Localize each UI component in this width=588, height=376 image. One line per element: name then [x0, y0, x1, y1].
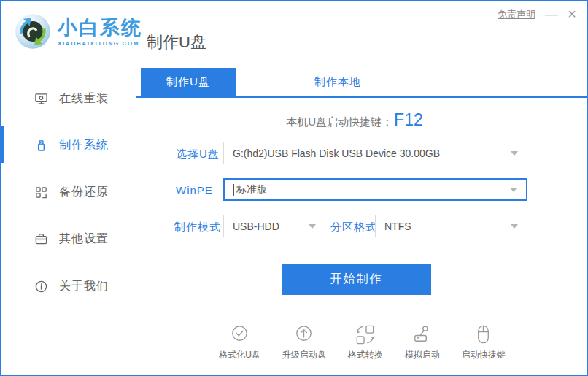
- monitor-icon: [34, 92, 48, 106]
- winpe-value: 标准版: [236, 183, 504, 196]
- check-circle-icon: [228, 323, 251, 346]
- tool-format-usb[interactable]: 格式化U盘: [219, 323, 260, 361]
- usb-select-label: 选择U盘: [176, 147, 220, 161]
- tool-boot-hotkey[interactable]: 启动快捷键: [462, 323, 506, 361]
- start-make-button[interactable]: 开始制作: [282, 264, 431, 295]
- make-mode-value: USB-HDD: [233, 220, 303, 232]
- sidebar-item-label: 制作系统: [59, 138, 109, 153]
- text-cursor: [233, 184, 234, 196]
- logo-text: 小白系统 XIAOBAIXITONG.COM: [58, 17, 142, 47]
- boot-hotkey-value: F12: [394, 110, 423, 130]
- make-mode-dropdown[interactable]: USB-HDD: [223, 215, 325, 237]
- arrow-up-circle-icon: [293, 323, 315, 346]
- briefcase-icon: [34, 232, 48, 246]
- tab-make-usb[interactable]: 制作U盘: [141, 68, 236, 96]
- app-logo: 小白系统 XIAOBAIXITONG.COM: [14, 12, 142, 50]
- info-icon: [34, 280, 48, 293]
- logo-title: 小白系统: [58, 17, 142, 39]
- sidebar-item-label: 在线重装: [59, 91, 109, 107]
- usb-drive-icon: [34, 139, 48, 153]
- app-window: 小白系统 XIAOBAIXITONG.COM 制作U盘 免责声明 — × 在线重…: [0, 0, 588, 376]
- chevron-down-icon: [309, 224, 316, 229]
- sidebar-item-about-us[interactable]: 关于我们: [1, 277, 136, 296]
- tab-underline: [136, 96, 588, 98]
- logo-subtitle: XIAOBAIXITONG.COM: [58, 40, 142, 47]
- make-mode-label: 制作模式: [174, 220, 221, 234]
- tool-label: 启动快捷键: [462, 349, 506, 361]
- tab-make-local[interactable]: 制作本地: [314, 68, 361, 96]
- partition-format-label: 分区格式: [330, 220, 377, 234]
- boot-hotkey-text: 本机U盘启动快捷键：: [286, 115, 392, 129]
- tool-label: 模拟启动: [405, 349, 440, 361]
- tool-simulate-boot[interactable]: 模拟启动: [405, 323, 440, 361]
- chevron-down-icon: [511, 224, 518, 229]
- boot-hotkey-line: 本机U盘启动快捷键： F12: [136, 110, 573, 132]
- sidebar-item-label: 关于我们: [59, 279, 109, 294]
- partition-format-dropdown[interactable]: NTFS: [375, 215, 527, 237]
- chevron-down-icon: [510, 188, 517, 192]
- tool-label: 升级启动盘: [282, 349, 326, 361]
- tool-format-convert[interactable]: 格式转换: [348, 323, 383, 361]
- tool-label: 格式转换: [348, 349, 383, 361]
- tool-label: 格式化U盘: [219, 349, 260, 361]
- sidebar-item-online-reinstall[interactable]: 在线重装: [1, 89, 136, 108]
- logo-sphere-icon: [14, 12, 52, 50]
- close-button[interactable]: ×: [563, 5, 581, 23]
- sidebar-item-label: 备份还原: [59, 185, 109, 200]
- footer-toolbar: 格式化U盘 升级启动盘 格式转换: [136, 323, 588, 361]
- page-title: 制作U盘: [147, 31, 206, 53]
- convert-icon: [354, 323, 376, 346]
- minimize-button[interactable]: —: [543, 5, 560, 23]
- grid-icon: [34, 185, 48, 199]
- sidebar-item-backup-restore[interactable]: 备份还原: [1, 183, 136, 202]
- sidebar-item-label: 其他设置: [59, 231, 109, 247]
- tool-upgrade-boot-disk[interactable]: 升级启动盘: [282, 323, 326, 361]
- usb-drive-dropdown[interactable]: G:(hd2)USB Flash Disk USB Device 30.00GB: [223, 142, 527, 164]
- partition-format-value: NTFS: [384, 220, 505, 232]
- winpe-label: WinPE: [176, 184, 213, 196]
- sidebar-item-make-system[interactable]: 制作系统: [1, 136, 136, 155]
- mouse-icon: [472, 323, 495, 346]
- chevron-down-icon: [511, 151, 518, 156]
- winpe-dropdown[interactable]: 标准版: [223, 178, 527, 201]
- usb-drive-value: G:(hd2)USB Flash Disk USB Device 30.00GB: [233, 147, 505, 159]
- disclaimer-link[interactable]: 免责声明: [498, 8, 535, 21]
- joystick-icon: [411, 323, 433, 346]
- sidebar-item-other-settings[interactable]: 其他设置: [1, 229, 136, 248]
